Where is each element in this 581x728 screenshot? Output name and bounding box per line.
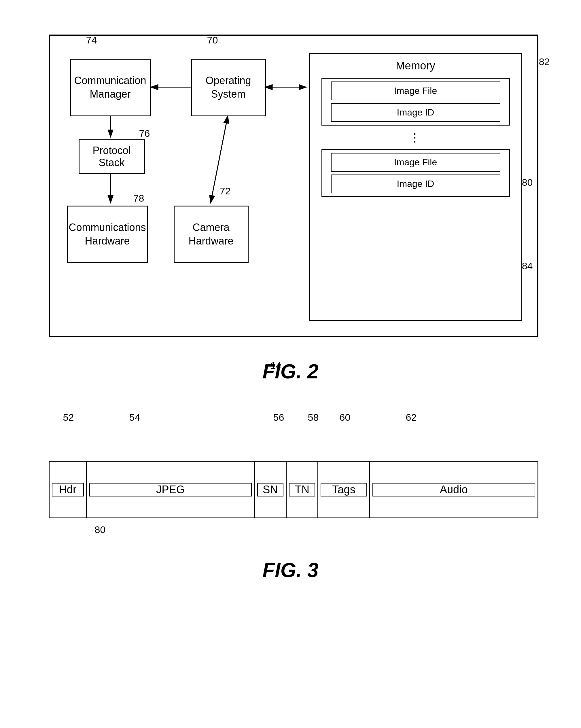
memory-box: Memory Image File Image ID ⋮ Image File … <box>309 53 522 321</box>
communication-manager-label: CommunicationManager <box>74 74 146 101</box>
ref-78: 78 <box>133 193 144 204</box>
operating-system-box: OperatingSystem <box>191 59 266 116</box>
audio-label: Audio <box>373 483 535 496</box>
ref-60: 60 <box>339 412 351 423</box>
ref-58: 58 <box>308 412 319 423</box>
ellipsis: ⋮ <box>310 131 521 144</box>
image-record-2: Image File Image ID <box>322 149 510 197</box>
memory-label: Memory <box>310 60 521 72</box>
tags-label: Tags <box>321 483 367 496</box>
camera-hardware-box: CameraHardware <box>174 206 249 263</box>
protocol-stack-box: Protocol Stack <box>79 139 145 174</box>
ref-84: 84 <box>522 260 533 271</box>
tags-segment: Tags <box>318 462 370 518</box>
sn-label: SN <box>257 483 283 496</box>
fig3-caption: FIG. 3 <box>31 559 550 582</box>
ref-80-fig3: 80 <box>95 524 106 535</box>
image-file-1-label: Image File <box>331 81 500 100</box>
image-id-1-label: Image ID <box>331 103 500 122</box>
hdr-segment: Hdr <box>50 462 87 518</box>
image-file-2-label: Image File <box>331 153 500 172</box>
communications-hardware-box: CommunicationsHardware <box>67 206 148 263</box>
jpeg-label: JPEG <box>89 483 252 496</box>
file-format-bar: Hdr JPEG SN TN Tags Audio <box>49 461 538 518</box>
operating-system-label: OperatingSystem <box>205 74 251 101</box>
camera-hardware-label: CameraHardware <box>188 221 233 248</box>
image-record-1: Image File Image ID <box>322 78 510 126</box>
ref-76: 76 <box>139 128 150 139</box>
ref-54: 54 <box>129 412 140 423</box>
fig2-diagram: 74 70 82 CommunicationManager OperatingS… <box>31 34 550 383</box>
ref-52: 52 <box>63 412 74 423</box>
ref-80-fig2: 80 <box>522 177 533 188</box>
ref-56: 56 <box>273 412 284 423</box>
audio-segment: Audio <box>370 462 537 518</box>
ref-62: 62 <box>406 412 417 423</box>
tn-segment: TN <box>286 462 318 518</box>
communications-hardware-label: CommunicationsHardware <box>69 221 146 248</box>
ref-82: 82 <box>539 56 550 68</box>
fig2-caption: FIG. 2 <box>31 360 550 383</box>
outer-device-box: CommunicationManager OperatingSystem Pro… <box>49 34 538 337</box>
sn-segment: SN <box>255 462 286 518</box>
tn-label: TN <box>289 483 315 496</box>
ref-14: 14 <box>271 360 281 371</box>
ref-72: 72 <box>220 185 231 197</box>
image-id-2-label: Image ID <box>331 175 500 193</box>
jpeg-segment: JPEG <box>87 462 255 518</box>
protocol-stack-label: Protocol Stack <box>79 145 144 169</box>
communication-manager-box: CommunicationManager <box>70 59 151 116</box>
fig3-diagram: 52 54 56 58 60 62 Hdr JPEG SN TN <box>31 412 550 582</box>
hdr-label: Hdr <box>52 483 84 496</box>
